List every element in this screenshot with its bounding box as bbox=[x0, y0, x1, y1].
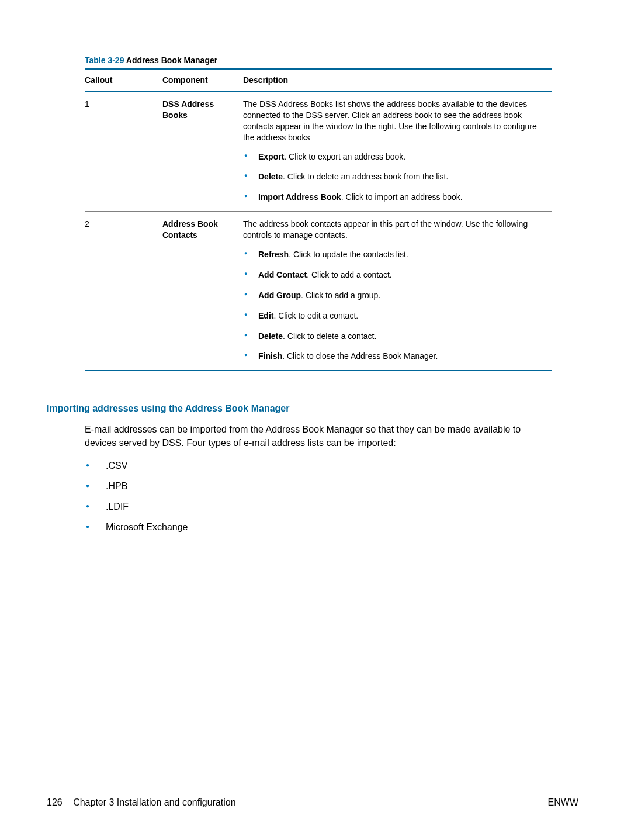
list-item-rest: . Click to add a contact. bbox=[307, 270, 392, 279]
list-item: .LDIF bbox=[85, 501, 578, 513]
table-header-callout: Callout bbox=[85, 69, 162, 91]
table-caption-title: Address Book Manager bbox=[124, 56, 217, 65]
list-item: .HPB bbox=[85, 481, 578, 493]
list-item-bold: Add Group bbox=[258, 291, 301, 300]
footer-right: ENWW bbox=[548, 797, 578, 808]
list-item-bold: Finish bbox=[258, 351, 282, 361]
list-item-rest: . Click to close the Address Book Manage… bbox=[282, 351, 438, 361]
list-item: Refresh. Click to update the contacts li… bbox=[243, 249, 547, 260]
list-item: Edit. Click to edit a contact. bbox=[243, 310, 547, 322]
page-number: 126 bbox=[47, 797, 63, 807]
list-item-rest: . Click to update the contacts list. bbox=[289, 250, 408, 259]
list-item: Finish. Click to close the Address Book … bbox=[243, 351, 547, 362]
list-item-rest: . Click to delete an address book from t… bbox=[283, 172, 448, 181]
list-item-bold: Edit bbox=[258, 311, 273, 320]
table-row: 1 DSS Address Books The DSS Address Book… bbox=[85, 91, 552, 212]
cell-component: DSS Address Books bbox=[162, 91, 243, 212]
table-header-component: Component bbox=[162, 69, 243, 91]
table-caption: Table 3-29 Address Book Manager bbox=[85, 56, 578, 65]
table-header-description: Description bbox=[243, 69, 552, 91]
list-item: Add Contact. Click to add a contact. bbox=[243, 269, 547, 281]
table-caption-label: Table 3-29 bbox=[85, 56, 124, 65]
list-item: Delete. Click to delete an address book … bbox=[243, 171, 547, 182]
description-list: Export. Click to export an address book.… bbox=[243, 151, 547, 203]
list-item-bold: Import Address Book bbox=[258, 192, 341, 202]
list-item: .CSV bbox=[85, 460, 578, 472]
list-item-rest: . Click to add a group. bbox=[301, 291, 380, 300]
list-item-bold: Export bbox=[258, 152, 284, 161]
cell-component: Address Book Contacts bbox=[162, 212, 243, 371]
cell-callout: 2 bbox=[85, 212, 162, 371]
address-book-manager-table: Callout Component Description 1 DSS Addr… bbox=[85, 68, 552, 371]
table-row: 2 Address Book Contacts The address book… bbox=[85, 212, 552, 371]
list-item-bold: Add Contact bbox=[258, 270, 307, 279]
footer-chapter: Chapter 3 Installation and configuration bbox=[73, 797, 235, 807]
list-item-rest: . Click to delete a contact. bbox=[283, 331, 376, 341]
footer-left: 126 Chapter 3 Installation and configura… bbox=[47, 797, 236, 808]
cell-callout: 1 bbox=[85, 91, 162, 212]
page-footer: 126 Chapter 3 Installation and configura… bbox=[47, 797, 578, 808]
section-paragraph: E-mail addresses can be imported from th… bbox=[85, 423, 546, 450]
list-item-bold: Delete bbox=[258, 331, 283, 341]
description-intro: The address book contacts appear in this… bbox=[243, 219, 547, 241]
list-item-bold: Delete bbox=[258, 172, 283, 181]
list-item: Delete. Click to delete a contact. bbox=[243, 331, 547, 342]
list-item-bold: Refresh bbox=[258, 250, 289, 259]
list-item: Import Address Book. Click to import an … bbox=[243, 192, 547, 203]
list-item: Add Group. Click to add a group. bbox=[243, 290, 547, 301]
list-item-rest: . Click to import an address book. bbox=[341, 192, 463, 202]
list-item: Microsoft Exchange bbox=[85, 521, 578, 534]
cell-description: The address book contacts appear in this… bbox=[243, 212, 552, 371]
list-item: Export. Click to export an address book. bbox=[243, 151, 547, 163]
cell-description: The DSS Address Books list shows the add… bbox=[243, 91, 552, 212]
document-page: Table 3-29 Address Book Manager Callout … bbox=[0, 0, 631, 840]
description-intro: The DSS Address Books list shows the add… bbox=[243, 99, 547, 143]
section-heading: Importing addresses using the Address Bo… bbox=[47, 403, 578, 414]
list-item-rest: . Click to edit a contact. bbox=[273, 311, 358, 320]
format-list: .CSV .HPB .LDIF Microsoft Exchange bbox=[85, 460, 578, 533]
description-list: Refresh. Click to update the contacts li… bbox=[243, 249, 547, 362]
list-item-rest: . Click to export an address book. bbox=[284, 152, 405, 161]
